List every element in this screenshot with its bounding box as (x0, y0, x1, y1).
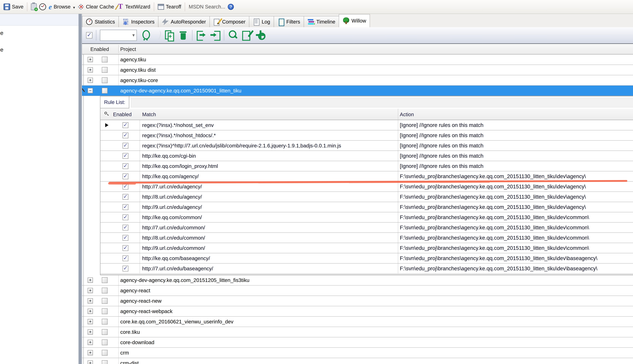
export-button[interactable] (196, 30, 206, 41)
rule-row[interactable]: http://ke.qq.com/login_proxy.html [Ignor… (100, 161, 633, 171)
rule-enabled-checkbox[interactable] (123, 225, 128, 230)
project-row[interactable]: + core.ke.qq.com_20160621_vienwu_userinf… (82, 316, 633, 327)
timer-button[interactable] (39, 4, 46, 10)
rule-row[interactable]: http://ke.qq.com/cgi-bin [Ignore] //Igno… (100, 151, 633, 161)
import-button[interactable] (210, 30, 220, 41)
clear-cache-button[interactable]: Clear Cache (78, 4, 114, 10)
rule-enabled-column-header[interactable]: Enabled (113, 109, 132, 120)
project-row[interactable]: + agency.tiku-core (82, 75, 633, 86)
rule-row[interactable]: http://9.url.cn/edu/common/ F:\svn\edu_p… (100, 243, 633, 253)
project-row[interactable]: + agency.tiku dist (82, 65, 633, 75)
project-enabled-checkbox[interactable] (102, 360, 108, 364)
project-filter-combobox[interactable] (100, 30, 137, 41)
rule-match-column-header[interactable]: Match (142, 109, 156, 120)
tab-autoresponder[interactable]: AutoResponder (158, 16, 210, 27)
project-enabled-checkbox[interactable] (102, 277, 108, 283)
rule-enabled-checkbox[interactable] (123, 194, 128, 200)
delete-button[interactable] (178, 30, 188, 41)
session-list-panel[interactable]: e e (0, 14, 79, 364)
rule-row[interactable]: regex:(?insx)^http://7.url.cn/edu/jslib/… (100, 140, 633, 151)
row-expander[interactable]: + (88, 278, 93, 283)
row-expander[interactable]: + (88, 308, 93, 314)
row-expander[interactable]: + (88, 340, 93, 345)
project-enabled-checkbox[interactable] (102, 350, 108, 356)
tab-timeline[interactable]: Timeline (304, 16, 339, 27)
browse-dropdown-button[interactable] (73, 4, 75, 10)
rule-list-tab[interactable]: Rule List: (100, 96, 129, 108)
project-enabled-checkbox[interactable] (102, 308, 108, 314)
project-row[interactable]: + agency-react-new (82, 296, 633, 306)
rule-row[interactable]: regex:(?insx).*/nohost_htdocs/.* [Ignore… (100, 130, 633, 140)
rule-enabled-checkbox[interactable] (123, 153, 128, 159)
project-row[interactable]: + agency.tiku (82, 54, 633, 65)
rule-enabled-checkbox[interactable] (123, 204, 128, 210)
rule-row[interactable]: http://7.url.cn/edu/common/ F:\svn\edu_p… (100, 222, 633, 233)
enabled-column-header[interactable]: Enabled (90, 44, 109, 54)
tearoff-button[interactable]: Tearoff (158, 4, 181, 10)
project-enabled-checkbox[interactable] (102, 288, 108, 294)
rule-row[interactable]: http://8.url.cn/edu/common/ F:\svn\edu_p… (100, 233, 633, 243)
project-row[interactable]: + agency-react-webpack (82, 306, 633, 316)
row-expander[interactable]: + (88, 298, 93, 304)
tab-filters[interactable]: Filters (274, 16, 304, 27)
help-button[interactable] (228, 4, 234, 10)
project-column-header[interactable]: Project (120, 44, 136, 54)
rule-enabled-checkbox[interactable] (123, 174, 128, 179)
rule-action-column-header[interactable]: Action (400, 109, 414, 120)
rule-row[interactable]: http://8.url.cn/edu/agency/ F:\svn\edu_p… (100, 192, 633, 202)
rule-enabled-checkbox[interactable] (123, 214, 128, 220)
screenshot-button[interactable] (31, 4, 37, 10)
edit-button[interactable] (242, 30, 252, 41)
row-expander[interactable]: + (88, 67, 93, 72)
rule-row[interactable]: http://9.url.cn/edu/agency/ F:\svn\edu_p… (100, 202, 633, 212)
project-enabled-checkbox[interactable] (102, 67, 108, 73)
tab-statistics[interactable]: Statistics (82, 16, 119, 27)
project-enabled-checkbox[interactable] (102, 340, 108, 345)
browse-button[interactable]: Browse (49, 3, 71, 10)
project-row[interactable]: + agency-dev-agency.ke.qq.com_20151205_l… (82, 275, 633, 286)
add-project-button[interactable] (164, 30, 174, 41)
tab-willow[interactable]: Willow (339, 14, 370, 27)
rule-enabled-checkbox[interactable] (123, 163, 128, 169)
project-enabled-checkbox[interactable] (102, 319, 108, 324)
msdn-search-button[interactable]: MSDN Search... (189, 4, 225, 10)
save-button[interactable]: Save (4, 4, 24, 10)
project-row[interactable]: + core-download (82, 337, 633, 348)
row-expander[interactable]: − (88, 88, 93, 93)
rule-enabled-checkbox[interactable] (123, 132, 128, 138)
project-row[interactable]: + core.tiku (82, 327, 633, 337)
search-button[interactable] (228, 30, 238, 41)
textwizard-button[interactable]: TextWizard (117, 3, 150, 10)
rule-enabled-checkbox[interactable] (123, 122, 128, 128)
rule-enabled-checkbox[interactable] (123, 235, 128, 241)
rule-row[interactable]: http://ke.qq.com/common/ F:\svn\edu_proj… (100, 212, 633, 222)
tab-composer[interactable]: Composer (209, 16, 249, 27)
row-expander[interactable]: + (88, 78, 93, 83)
tab-log[interactable]: Log (249, 16, 274, 27)
row-expander[interactable]: + (88, 329, 93, 335)
rule-row[interactable]: http://7.url.cn/edu/baseagency/ F:\svn\e… (100, 264, 633, 274)
project-row[interactable]: + crm (82, 348, 633, 358)
project-enabled-checkbox[interactable] (102, 298, 108, 304)
willow-master-checkbox[interactable] (86, 32, 92, 38)
rule-table-header[interactable]: Enabled Match Action (100, 109, 633, 120)
settings-gear-button[interactable] (256, 30, 266, 41)
project-row[interactable]: + agency-react (82, 286, 633, 296)
rule-enabled-checkbox[interactable] (123, 245, 128, 251)
project-enabled-checkbox[interactable] (102, 329, 108, 335)
rule-enabled-checkbox[interactable] (123, 143, 128, 148)
rule-row[interactable]: regex:(?insx).*/nohost_set_env [Ignore] … (100, 120, 633, 130)
project-row[interactable]: + crm-dist (82, 358, 633, 364)
row-expander[interactable]: + (88, 350, 93, 356)
user-proxy-icon[interactable] (140, 30, 151, 41)
row-expander[interactable]: + (88, 319, 93, 324)
project-row[interactable]: − agency-dev-agency.ke.qq.com_20150901_l… (82, 86, 633, 96)
tab-inspectors[interactable]: Inspectors (118, 16, 158, 27)
rule-row[interactable]: http://ke.qq.com/agency/ F:\svn\edu_proj… (100, 171, 633, 182)
rule-enabled-checkbox[interactable] (123, 266, 128, 272)
row-expander[interactable]: + (88, 288, 93, 293)
project-table-header[interactable]: Enabled Project (82, 44, 633, 54)
panel-splitter[interactable] (79, 14, 82, 364)
row-expander[interactable]: + (88, 57, 93, 62)
project-enabled-checkbox[interactable] (102, 57, 108, 62)
